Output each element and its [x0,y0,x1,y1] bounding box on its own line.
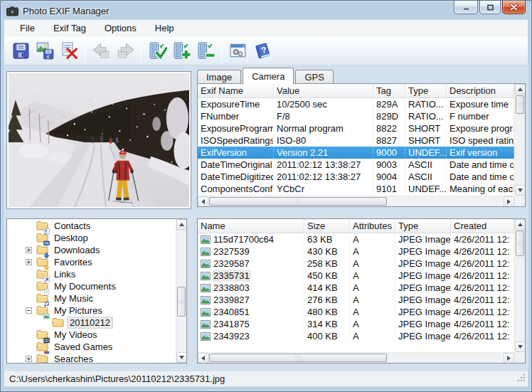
column-header-created[interactable]: Created [451,219,514,233]
resize-grip-icon[interactable] [516,373,526,384]
tree-item-favorites[interactable]: Favorites [7,256,176,268]
menu-file[interactable]: File [13,21,42,36]
exif-row[interactable]: ExposureProgramNormal program8822SHORTEx… [198,122,514,134]
scroll-left-button[interactable] [198,353,208,364]
options-button[interactable] [225,38,250,63]
scroll-down-button[interactable] [515,341,526,352]
tree-item-my-videos[interactable]: My Videos [7,329,176,341]
column-header-type[interactable]: Type [395,219,451,233]
scrollbar-thumb[interactable] [209,197,387,206]
toolbar: ? [4,36,528,65]
file-name: 2343923 [213,330,250,342]
scrollbar-thumb[interactable] [516,231,524,256]
tree-expander-plus[interactable] [26,259,36,265]
next-image-button[interactable] [113,38,137,63]
documents-badge-icon [43,287,50,293]
tab-gps[interactable]: GPS [295,70,333,84]
tree-item-label: Searches [52,354,95,364]
menu-options[interactable]: Options [97,21,144,36]
vertical-scrollbar[interactable] [176,219,186,363]
minimize-button[interactable] [454,1,478,14]
file-name: 2339827 [213,294,250,306]
horizontal-scrollbar[interactable] [198,352,514,363]
menu-help[interactable]: Help [148,21,181,36]
save-button[interactable] [9,38,33,63]
scrollbar-thumb[interactable] [177,287,186,317]
file-list-header[interactable]: NameSizeAttributesTypeCreated [198,219,514,233]
file-row[interactable]: 2339827276 KBAJPEG Image4/26/2011 12: [198,294,514,306]
tree-expander-plus[interactable] [26,247,36,253]
scroll-right-button[interactable] [504,196,514,207]
scroll-up-button[interactable] [515,84,526,95]
close-button[interactable] [502,1,526,14]
scroll-up-button[interactable] [515,219,526,230]
delete-exif-button[interactable] [57,38,81,63]
column-header-value[interactable]: Value [274,84,373,97]
tree-expander-plus[interactable] [26,356,36,362]
vertical-scrollbar[interactable] [514,219,525,363]
save-icon [11,41,31,60]
exif-row[interactable]: DateTimeDigitized2011:02:12 13:38:279004… [198,171,514,183]
maximize-button[interactable] [479,1,501,14]
tree-item-desktop[interactable]: Desktop [7,232,176,244]
scroll-down-button[interactable] [176,352,187,363]
titlebar[interactable]: Photo EXIF Manager [4,1,528,19]
column-header-exif-name[interactable]: Exif Name [198,84,274,97]
exif-row[interactable]: ExposureTime10/2500 sec829ARATIO...Expos… [198,98,514,110]
scroll-left-button[interactable] [198,196,208,207]
column-header-attributes[interactable]: Attributes [350,219,395,233]
column-header-size[interactable]: Size [304,219,350,233]
file-row[interactable]: 2343923400 KBAJPEG Image4/26/2011 12: [198,330,514,342]
file-row[interactable]: 2338803414 KBAJPEG Image4/26/2011 12: [198,282,514,294]
vertical-scrollbar[interactable] [514,84,525,206]
column-header-type[interactable]: Type [405,84,447,97]
tree-item-contacts[interactable]: Contacts [7,220,176,232]
toolbar-separator [221,40,222,61]
scrollbar-thumb[interactable] [209,354,387,362]
menu-exif-tag[interactable]: Exif Tag [46,21,93,36]
scroll-up-button[interactable] [176,219,187,230]
file-row[interactable]: 2340851480 KBAJPEG Image4/26/2011 12: [198,306,514,318]
tree-expander-minus[interactable] [26,307,36,314]
add-exif-button[interactable] [169,38,193,63]
file-row[interactable]: 2329587258 KBAJPEG Image4/26/2011 12: [198,258,514,270]
exif-row[interactable]: ISOSpeedRatingsISO-808827SHORTISO speed … [198,134,514,147]
tree-item-links[interactable]: Links [7,268,176,280]
exif-row[interactable]: ComponentsConfig...YCbCr9101UNDEF...Mean… [198,183,514,195]
exif-row[interactable]: ExifVersionVersion 2.219000UNDEF...Exif … [198,147,514,159]
column-header-description[interactable]: Description [447,84,514,97]
videos-folder-icon [36,329,49,340]
scroll-right-button[interactable] [504,353,514,364]
horizontal-scrollbar[interactable] [198,196,514,206]
tree-item-my-music[interactable]: My Music [7,292,176,304]
tree-item-my-documents[interactable]: My Documents [7,280,176,292]
tab-camera[interactable]: Camera [243,68,294,84]
scrollbar-thumb[interactable] [516,95,524,114]
apply-exif-button[interactable] [145,38,169,63]
file-row[interactable]: 2341875314 KBAJPEG Image4/26/2011 12: [198,318,514,330]
help-button[interactable]: ? [250,38,274,63]
remove-exif-button[interactable] [193,38,218,63]
tab-image[interactable]: Image [197,70,241,84]
tree-item-label: Saved Games [52,341,115,352]
tree-item-saved-games[interactable]: Saved Games [7,341,176,353]
column-header-name[interactable]: Name [198,219,304,233]
delete-list-icon [60,41,79,60]
column-header-tag[interactable]: Tag [373,84,405,97]
exif-table-header[interactable]: Exif NameValueTagTypeDescription [198,84,514,98]
scroll-down-button[interactable] [515,185,526,196]
tree-item-20110212[interactable]: 20110212 [7,317,176,329]
exif-row[interactable]: FNumberF/8829DRATIO...F number [198,110,514,122]
toolbar-separator [85,40,85,61]
file-name: 2329587 [213,258,250,270]
tree-item-label: My Videos [52,329,99,340]
tree-item-downloads[interactable]: Downloads [7,244,176,256]
exif-row[interactable]: DateTimeOriginal2011:02:12 13:38:279003A… [198,159,514,171]
save-image-button[interactable] [33,38,57,63]
file-row[interactable]: 2335731450 KBAJPEG Image4/26/2011 12: [198,270,514,282]
file-row[interactable]: 115d71700c6463 KBAJPEG Image4/26/2011 12… [198,233,514,245]
file-row[interactable]: 2327539430 KBAJPEG Image4/26/2011 12: [198,245,514,258]
tree-item-searches[interactable]: Searches [7,353,176,364]
tree-item-my-pictures[interactable]: My Pictures [7,304,176,317]
previous-image-button[interactable] [89,38,113,63]
